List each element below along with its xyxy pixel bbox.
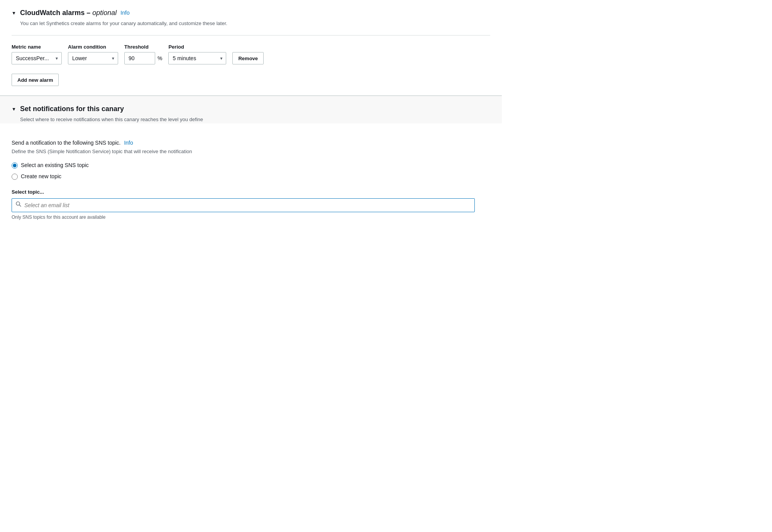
search-hint: Only SNS topics for this account are ava… (12, 214, 490, 221)
sns-label: Send a notification to the following SNS… (12, 139, 490, 147)
alarm-condition-select-wrapper: Lower ▼ (68, 52, 118, 64)
cloudwatch-collapse-arrow[interactable]: ▼ (12, 10, 16, 17)
metric-name-field: Metric name SuccessPer... ▼ (12, 43, 62, 65)
radio-existing-sns[interactable]: Select an existing SNS topic (12, 161, 490, 169)
cloudwatch-section-title: CloudWatch alarms – optional (20, 8, 117, 18)
svg-line-1 (19, 205, 21, 206)
notifications-header: ▼ Set notifications for this canary (12, 104, 490, 114)
page-container: ▼ CloudWatch alarms – optional Info You … (0, 0, 502, 248)
cloudwatch-divider (12, 35, 490, 35)
cloudwatch-alarms-section: ▼ CloudWatch alarms – optional Info You … (0, 0, 502, 95)
period-label: Period (168, 43, 226, 51)
percent-label: % (157, 54, 162, 62)
search-icon (16, 201, 21, 209)
cloudwatch-title-dash: – (85, 9, 92, 17)
sns-info-link[interactable]: Info (124, 140, 133, 146)
remove-alarm-button[interactable]: Remove (232, 52, 264, 64)
notifications-section-content: Send a notification to the following SNS… (0, 131, 502, 232)
threshold-field: Threshold % (124, 43, 162, 65)
alarm-condition-select[interactable]: Lower (68, 52, 118, 64)
metric-name-select-wrapper: SuccessPer... ▼ (12, 52, 62, 64)
radio-create-new-topic-label: Create new topic (21, 172, 61, 181)
radio-existing-sns-input[interactable] (12, 162, 18, 169)
sns-label-text: Send a notification to the following SNS… (12, 140, 121, 146)
notifications-collapse-arrow[interactable]: ▼ (12, 106, 16, 113)
cloudwatch-title-text: CloudWatch alarms (20, 9, 85, 17)
threshold-input[interactable] (124, 52, 155, 64)
sns-radio-group: Select an existing SNS topic Create new … (12, 161, 490, 181)
radio-existing-sns-label: Select an existing SNS topic (21, 161, 89, 169)
add-alarm-button[interactable]: Add new alarm (12, 74, 59, 86)
cloudwatch-section-header: ▼ CloudWatch alarms – optional Info (12, 8, 490, 18)
select-topic-label: Select topic... (12, 188, 490, 196)
period-select[interactable]: 5 minutes (168, 52, 226, 64)
radio-create-new-topic[interactable]: Create new topic (12, 172, 490, 181)
metric-name-select[interactable]: SuccessPer... (12, 52, 62, 64)
notifications-section-header: ▼ Set notifications for this canary Sele… (0, 96, 502, 123)
search-topic-wrapper[interactable] (12, 198, 475, 212)
notifications-section-title: Set notifications for this canary (20, 104, 124, 114)
cloudwatch-section-description: You can let Synthetics create alarms for… (20, 20, 490, 27)
alarm-condition-label: Alarm condition (68, 43, 118, 51)
radio-create-new-topic-input[interactable] (12, 174, 18, 180)
cloudwatch-optional-label: optional (92, 9, 117, 17)
threshold-label: Threshold (124, 43, 162, 51)
alarm-condition-field: Alarm condition Lower ▼ (68, 43, 118, 65)
alarm-form-row: Metric name SuccessPer... ▼ Alarm condit… (12, 43, 490, 73)
threshold-wrapper: % (124, 52, 162, 64)
sns-description: Define the SNS (Simple Notification Serv… (12, 148, 490, 155)
search-topic-input[interactable] (24, 202, 471, 208)
period-select-wrapper: 5 minutes ▼ (168, 52, 226, 64)
cloudwatch-info-link[interactable]: Info (120, 9, 129, 17)
metric-name-label: Metric name (12, 43, 62, 51)
notifications-section-description: Select where to receive notifications wh… (20, 116, 490, 123)
period-field: Period 5 minutes ▼ (168, 43, 226, 65)
